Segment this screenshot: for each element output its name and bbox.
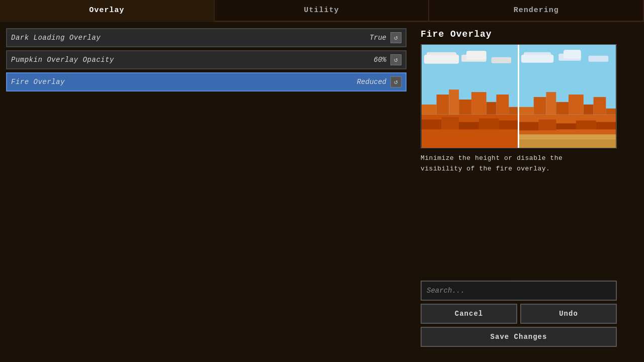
svg-rect-3: [424, 55, 459, 64]
reset-fire-overlay-button[interactable]: ↺: [390, 76, 401, 87]
reset-dark-loading-overlay-button[interactable]: ↺: [390, 32, 401, 43]
tab-utility[interactable]: Utility: [215, 0, 430, 21]
svg-rect-20: [509, 107, 519, 115]
svg-rect-36: [539, 120, 556, 131]
cancel-button[interactable]: Cancel: [421, 304, 517, 324]
svg-rect-34: [606, 109, 616, 115]
svg-rect-6: [492, 57, 512, 63]
svg-rect-41: [519, 139, 616, 148]
svg-rect-11: [589, 56, 609, 62]
setting-row-fire-overlay[interactable]: Fire Overlay Reduced ↺: [6, 72, 407, 92]
svg-rect-18: [487, 102, 497, 115]
svg-rect-38: [576, 121, 596, 130]
main-content: Dark Loading Overlay True ↺ Pumpkin Over…: [0, 22, 644, 362]
svg-rect-19: [496, 95, 509, 115]
action-button-row: Cancel Undo: [421, 304, 617, 324]
svg-rect-21: [422, 120, 442, 130]
preview-image: [421, 44, 617, 148]
svg-rect-42: [518, 45, 519, 148]
undo-button[interactable]: Undo: [520, 304, 617, 324]
svg-rect-29: [546, 92, 556, 115]
svg-rect-31: [569, 95, 584, 115]
svg-rect-13: [422, 105, 437, 115]
svg-rect-16: [459, 100, 471, 115]
svg-rect-15: [449, 89, 459, 115]
svg-rect-27: [519, 107, 534, 115]
svg-rect-17: [471, 92, 487, 115]
svg-rect-35: [519, 122, 539, 131]
svg-rect-24: [479, 119, 499, 130]
svg-rect-10: [564, 50, 581, 59]
svg-rect-8: [521, 55, 553, 63]
svg-rect-30: [556, 102, 569, 115]
svg-rect-33: [594, 97, 606, 115]
tab-bar: Overlay Utility Rendering: [0, 0, 644, 22]
settings-list: Dark Loading Overlay True ↺ Pumpkin Over…: [0, 22, 413, 362]
setting-row-dark-loading-overlay[interactable]: Dark Loading Overlay True ↺: [6, 28, 407, 47]
svg-rect-28: [534, 97, 546, 115]
save-changes-button[interactable]: Save Changes: [421, 327, 617, 347]
preview-description: Minimize the height or disable thevisibi…: [421, 153, 617, 174]
bottom-controls: Cancel Undo Save Changes: [421, 281, 636, 355]
svg-rect-14: [437, 95, 449, 115]
svg-rect-25: [499, 121, 519, 130]
reset-pumpkin-overlay-opacity-button[interactable]: ↺: [390, 54, 401, 65]
svg-rect-39: [596, 122, 616, 130]
setting-row-pumpkin-overlay-opacity[interactable]: Pumpkin Overlay Opacity 60% ↺: [6, 50, 407, 69]
tab-overlay[interactable]: Overlay: [0, 0, 215, 22]
preview-title: Fire Overlay: [421, 29, 636, 39]
svg-rect-22: [441, 117, 459, 130]
svg-rect-5: [466, 51, 487, 60]
right-panel: Fire Overlay: [413, 22, 644, 362]
search-input[interactable]: [421, 281, 617, 301]
svg-rect-32: [584, 105, 594, 115]
svg-rect-23: [459, 122, 479, 130]
tab-rendering[interactable]: Rendering: [429, 0, 644, 21]
svg-rect-37: [556, 123, 576, 129]
